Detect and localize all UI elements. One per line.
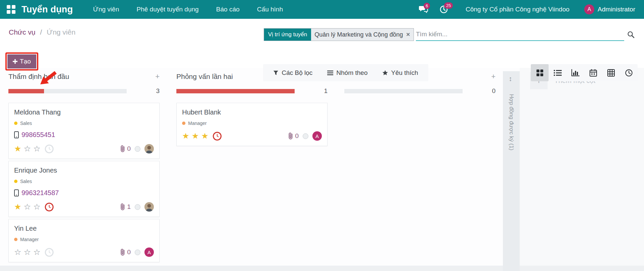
breadcrumb-positions-link[interactable]: Chức vụ [9,28,35,36]
phone-link[interactable]: 9963214587 [22,189,59,197]
column-record-count: 0 [492,87,496,95]
view-activity-button[interactable] [620,64,638,81]
kanban-card-meldona-thang[interactable]: Meldona Thang Sales 998655451 ★☆☆ [8,103,160,159]
tag-label: Manager [20,237,39,242]
avatar-photo [144,202,154,212]
star-filled-icon[interactable]: ★ [182,132,189,140]
tag-label: Sales [20,179,32,184]
rating-stars[interactable]: ☆☆☆ [14,248,41,257]
view-kanban-button[interactable] [531,64,549,81]
activities-badge: 25 [444,2,453,9]
star-filled-icon[interactable]: ★ [192,132,199,140]
attachments-count: 0 [295,132,299,140]
kanban-card-enrique-jones[interactable]: Enrique Jones Sales 9963214587 ★☆☆ [8,161,160,217]
filters-button[interactable]: Các Bộ lọc [273,69,312,77]
column-progressbar[interactable] [8,89,127,93]
star-filled-icon[interactable]: ★ [14,202,22,211]
activity-clock-icon[interactable] [213,132,222,141]
horizontal-scrollbar[interactable] [0,266,644,271]
activity-clock-icon[interactable] [45,248,54,257]
kanban-card-yin-lee[interactable]: Yin Lee Manager ☆☆☆ [8,219,160,262]
column-progressbar[interactable] [344,89,463,93]
create-button[interactable]: Tạo [7,54,36,69]
activity-clock-icon[interactable] [45,202,54,212]
favorites-button[interactable]: Yêu thích [382,69,418,77]
menu-configuration[interactable]: Cấu hình [248,0,292,19]
activities-button[interactable]: 25 [439,5,448,14]
column-add-record-icon[interactable]: + [491,73,496,80]
kanban-state-circle[interactable] [135,204,140,210]
control-panel: Chức vụ / Ứng viên Vị trí ứng tuyển Quản… [0,19,644,68]
responsible-avatar[interactable]: A [144,247,154,257]
view-list-button[interactable] [549,64,566,81]
star-empty-icon[interactable]: ☆ [33,202,41,211]
facet-category-label: Vị trí ứng tuyển [264,29,311,41]
top-navbar: Tuyển dụng Ứng viên Phê duyệt tuyển dụng… [0,0,644,19]
tag-label: Sales [20,121,32,126]
responsible-avatar[interactable]: A [312,131,322,141]
user-menu[interactable]: Administrator [598,6,635,13]
attachments-button[interactable]: 0 [120,145,131,152]
filter-funnel-icon [273,70,278,76]
view-graph-button[interactable] [566,64,584,81]
tag-label: Manager [188,121,207,126]
star-empty-icon[interactable]: ☆ [24,202,31,211]
phone-link[interactable]: 998655451 [22,131,55,139]
app-title[interactable]: Tuyển dụng [22,4,73,15]
rating-stars[interactable]: ★★★ [182,132,209,140]
search-input[interactable] [416,31,624,38]
apps-grid-icon[interactable] [7,5,15,14]
tag-color-dot [14,122,17,125]
menu-candidates[interactable]: Ứng viên [84,0,128,19]
rating-stars[interactable]: ★☆☆ [14,202,41,211]
tag-color-dot [182,122,185,125]
paperclip-icon [120,203,126,211]
group-by-lines-icon [327,71,333,75]
column-add-record-icon[interactable]: + [155,73,160,80]
group-by-button[interactable]: Nhóm theo [327,69,368,77]
menu-recruitment-approval[interactable]: Phê duyệt tuyển dụng [128,0,207,19]
activity-clock-icon[interactable] [45,144,54,153]
star-empty-icon[interactable]: ☆ [14,248,22,257]
user-avatar[interactable]: A [584,4,594,14]
column-progressbar[interactable] [176,89,295,93]
view-pivot-button[interactable] [602,64,620,81]
calendar-view-icon [590,69,597,77]
facet-remove-icon[interactable]: ✕ [406,32,410,38]
attachments-button[interactable]: 0 [120,249,131,256]
create-button-annotation: Tạo [5,52,38,71]
breadcrumb-separator: / [40,28,42,36]
facet-value: Quản lý Marketing và Cộng đồng ✕ [311,29,414,41]
candidate-name: Enrique Jones [14,167,154,174]
star-filled-icon[interactable]: ★ [201,132,209,140]
messages-button[interactable]: 6 [419,5,428,13]
kanban-card-hubert-blank[interactable]: Hubert Blank Manager ★★★ [176,103,328,146]
kanban-column-second-interview: Phỏng vấn lần hai + 1 Hubert Blank Manag… [176,72,328,146]
column-record-count: 3 [156,87,160,95]
star-empty-icon[interactable]: ☆ [24,144,31,153]
responsible-avatar[interactable] [144,144,154,153]
attachments-count: 0 [127,249,131,256]
attachments-button[interactable]: 1 [120,203,131,211]
collapsed-column-contract-signed[interactable]: ↔ Hợp đồng được ký (1) [503,71,520,271]
star-empty-icon[interactable]: ☆ [33,248,41,257]
search-icon[interactable] [627,31,635,39]
kanban-state-circle[interactable] [135,146,140,152]
search-options: Các Bộ lọc Nhóm theo Yêu thích [263,64,428,81]
view-calendar-button[interactable] [584,64,602,81]
kanban-state-circle[interactable] [135,250,140,255]
menu-reports[interactable]: Báo cáo [207,0,248,19]
attachments-button[interactable]: 0 [288,132,299,140]
responsible-avatar[interactable] [144,202,154,212]
star-empty-icon[interactable]: ☆ [24,248,31,257]
column-record-count: 1 [324,87,328,95]
company-switcher[interactable]: Công ty Cổ phần Công nghệ Viindoo [466,6,569,13]
attachments-count: 0 [127,145,131,152]
expand-column-icon[interactable]: ↔ [508,76,515,83]
paperclip-icon [120,249,126,256]
paperclip-icon [120,145,126,152]
rating-stars[interactable]: ★☆☆ [14,144,41,153]
star-empty-icon[interactable]: ☆ [33,144,41,153]
kanban-state-circle[interactable] [303,133,308,139]
star-filled-icon[interactable]: ★ [14,144,22,153]
